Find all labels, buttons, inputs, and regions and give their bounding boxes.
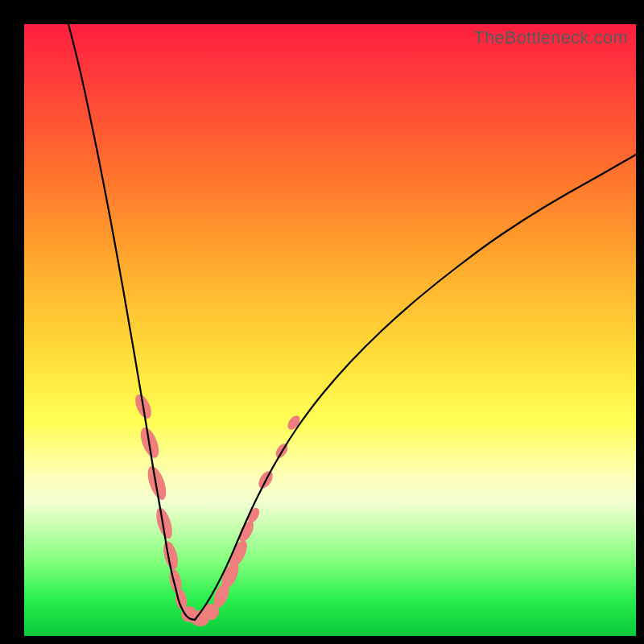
right-curve <box>195 155 636 620</box>
markers-layer <box>132 392 303 627</box>
data-marker <box>226 538 251 569</box>
chart-frame: TheBottleneck.com <box>0 0 644 644</box>
curve-layer <box>24 24 636 636</box>
left-curve <box>68 24 195 620</box>
plot-area: TheBottleneck.com <box>24 24 636 636</box>
data-marker <box>144 464 170 502</box>
